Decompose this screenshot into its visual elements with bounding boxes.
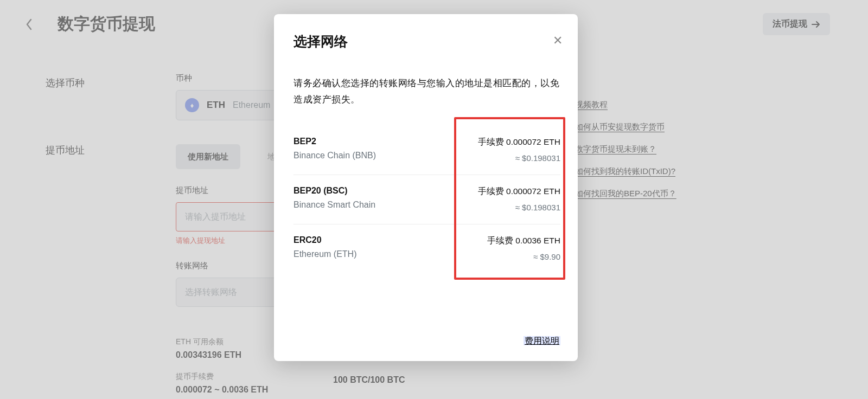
network-list: BEP2 Binance Chain (BNB) 手续费 0.000072 ET… — [293, 126, 560, 273]
network-code: BEP2 — [293, 137, 376, 146]
network-code: ERC20 — [293, 235, 356, 245]
network-fee-usd: ≈ $0.198031 — [478, 153, 560, 163]
close-icon[interactable]: ✕ — [553, 34, 563, 48]
modal-title: 选择网络 — [293, 33, 560, 50]
network-option-bep20[interactable]: BEP20 (BSC) Binance Smart Chain 手续费 0.00… — [293, 175, 560, 224]
network-name: Ethereum (ETH) — [293, 249, 356, 259]
network-fee-usd: ≈ $0.198031 — [478, 203, 560, 212]
network-fee-usd: ≈ $9.90 — [487, 252, 560, 261]
network-name: Binance Smart Chain — [293, 200, 375, 210]
network-fee: 手续费 0.000072 ETH — [478, 137, 560, 148]
modal-description: 请务必确认您选择的转账网络与您输入的地址是相匹配的，以免造成资产损失。 — [293, 75, 560, 107]
network-fee: 手续费 0.0036 ETH — [487, 235, 560, 247]
modal-footer: 费用说明 — [524, 336, 560, 347]
select-network-modal: 选择网络 ✕ 请务必确认您选择的转账网络与您输入的地址是相匹配的，以免造成资产损… — [274, 14, 578, 361]
fee-explain-link[interactable]: 费用说明 — [524, 336, 560, 345]
network-option-bep2[interactable]: BEP2 Binance Chain (BNB) 手续费 0.000072 ET… — [293, 126, 560, 175]
network-code: BEP20 (BSC) — [293, 186, 375, 196]
network-name: Binance Chain (BNB) — [293, 151, 376, 160]
network-option-erc20[interactable]: ERC20 Ethereum (ETH) 手续费 0.0036 ETH ≈ $9… — [293, 224, 560, 273]
network-fee: 手续费 0.000072 ETH — [478, 186, 560, 197]
